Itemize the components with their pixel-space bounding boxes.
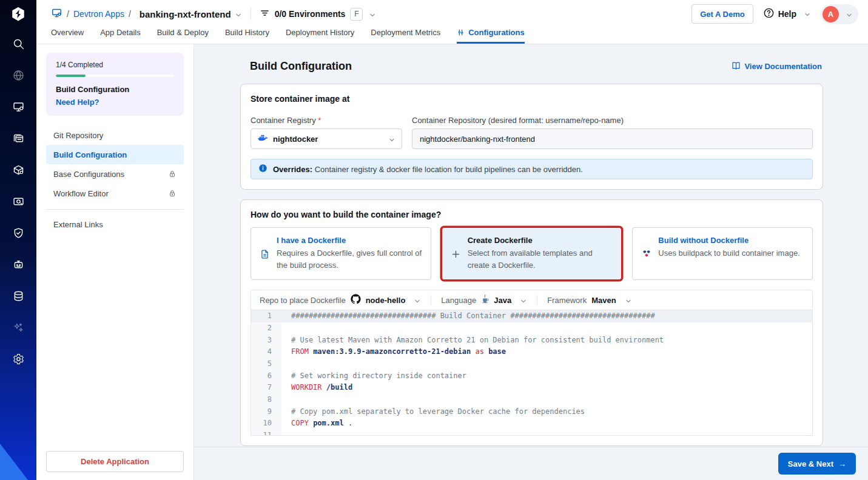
repo-to-place-label: Repo to place Dockerfile <box>260 296 346 305</box>
view-documentation-link[interactable]: View Documentation <box>732 61 822 72</box>
chart-store-icon[interactable] <box>0 154 36 185</box>
tab-configurations[interactable]: Configurations <box>457 28 524 44</box>
primary-nav-rail <box>0 0 36 480</box>
configurations-sliders-icon <box>457 28 465 36</box>
code-line: 2 <box>251 322 812 335</box>
build-method-title: How do you want to build the container i… <box>251 210 813 219</box>
search-icon[interactable] <box>0 28 36 59</box>
save-and-next-button[interactable]: Save & Next → <box>778 453 856 475</box>
bot-icon[interactable] <box>0 248 36 280</box>
code-line: 1################################# Build… <box>251 310 812 322</box>
help-chevron-down-icon <box>804 10 811 18</box>
resource-browser-icon[interactable] <box>0 280 36 312</box>
code-text <box>281 430 291 436</box>
app-switcher-chevron-down-icon[interactable] <box>235 10 242 18</box>
avatar: A <box>823 6 839 22</box>
environments-count[interactable]: 0/0 Environments <box>275 9 346 19</box>
language-label: Language <box>441 296 476 305</box>
page-title: Build Configuration <box>250 60 352 73</box>
progress-bar <box>56 75 174 77</box>
globe-icon[interactable] <box>0 59 36 91</box>
dockerfile-code-editor[interactable]: 1################################# Build… <box>251 310 813 436</box>
line-number: 2 <box>251 322 281 335</box>
code-text: # Set working directory inside container <box>281 370 466 382</box>
arrow-right-icon: → <box>838 459 846 468</box>
line-number: 3 <box>251 335 281 347</box>
language-select-value[interactable]: Java <box>494 296 511 305</box>
config-menu: Git RepositoryBuild ConfigurationBase Co… <box>36 122 193 203</box>
container-registry-value: nightdocker <box>273 135 380 144</box>
tab-label: Overview <box>51 28 84 37</box>
sidebar-item-base-configurations[interactable]: Base Configurations <box>46 164 184 184</box>
app-groups-icon[interactable] <box>0 122 36 154</box>
code-line: 11 <box>251 430 812 436</box>
language-chevron-down-icon[interactable] <box>520 296 527 304</box>
tab-overview[interactable]: Overview <box>51 28 84 44</box>
security-icon[interactable] <box>0 217 36 248</box>
framework-chevron-down-icon[interactable] <box>625 296 632 304</box>
java-icon <box>481 294 489 306</box>
breadcrumb-app-name[interactable]: banking-nxt-frontend <box>140 9 231 19</box>
tab-label: App Details <box>100 28 140 37</box>
code-text: # Copy pom.xml separately to leverage Do… <box>281 406 585 418</box>
github-icon <box>351 294 361 307</box>
breadcrumb-devtron-apps-link[interactable]: Devtron Apps <box>73 9 124 19</box>
user-menu[interactable]: A <box>821 4 858 24</box>
code-line: 5 <box>251 358 812 370</box>
help-label: Help <box>778 9 796 19</box>
code-line: 10COPY pom.xml . <box>251 418 812 430</box>
tab-build-history[interactable]: Build History <box>225 28 269 44</box>
save-and-next-label: Save & Next <box>788 459 833 468</box>
devtron-logo-icon[interactable] <box>0 0 36 28</box>
code-text <box>281 394 291 406</box>
devtron-apps-icon[interactable] <box>0 91 36 122</box>
code-line: 8 <box>251 394 812 406</box>
sidebar-item-label: Base Configurations <box>53 170 124 179</box>
sidebar-item-build-configuration[interactable]: Build Configuration <box>46 145 184 164</box>
required-asterisk: * <box>318 116 321 125</box>
repo-select-value[interactable]: node-hello <box>366 296 406 305</box>
line-number: 6 <box>251 370 281 382</box>
breadcrumb-separator: / <box>129 9 131 19</box>
get-a-demo-button[interactable]: Get A Demo <box>691 4 753 24</box>
build-option-title: Build without Dockerfile <box>658 236 799 245</box>
line-number: 4 <box>251 346 281 358</box>
buildpack-icon <box>641 236 652 272</box>
delete-application-button[interactable]: Delete Application <box>46 451 184 472</box>
sparkles-icon[interactable] <box>0 312 36 343</box>
sidebar-item-label: Workflow Editor <box>53 189 109 198</box>
build-option-description: Requires a Dockerfile, gives full contro… <box>277 247 422 272</box>
code-line: 9# Copy pom.xml separately to leverage D… <box>251 406 812 418</box>
jobs-icon[interactable] <box>0 185 36 217</box>
build-option-title: Create Dockerfile <box>468 236 613 245</box>
repo-chevron-down-icon[interactable] <box>414 296 421 304</box>
need-help-link[interactable]: Need Help? <box>56 98 174 107</box>
container-repository-label: Container Repository (desired format: us… <box>412 116 813 125</box>
build-option-build-without-dockerfile[interactable]: Build without DockerfileUses buildpack t… <box>632 227 813 280</box>
container-registry-select[interactable]: nightdocker <box>251 128 402 149</box>
sidebar-item-git-repository[interactable]: Git Repository <box>46 125 184 145</box>
help-menu[interactable]: Help <box>763 7 811 21</box>
container-repository-input[interactable] <box>412 128 813 149</box>
tab-build-deploy[interactable]: Build & Deploy <box>157 28 209 44</box>
code-line: 6# Set working directory inside containe… <box>251 370 812 382</box>
sidebar-item-workflow-editor[interactable]: Workflow Editor <box>46 184 184 203</box>
external-links-label: External Links <box>53 220 103 229</box>
overrides-info-banner: Overrides: Container registry & docker f… <box>251 159 813 179</box>
tab-deployment-history[interactable]: Deployment History <box>286 28 354 44</box>
app-root: / Devtron Apps / banking-nxt-frontend 0/… <box>0 0 868 480</box>
env-chevron-down-icon[interactable] <box>369 10 376 18</box>
code-line: 7WORKDIR /build <box>251 382 812 394</box>
tab-label: Build & Deploy <box>157 28 209 37</box>
build-option-i-have-a-dockerfile[interactable]: I have a DockerfileRequires a Dockerfile… <box>251 227 431 280</box>
code-text <box>281 358 291 370</box>
build-option-create-dockerfile[interactable]: Create DockerfileSelect from available t… <box>442 227 622 280</box>
tab-deployment-metrics[interactable]: Deployment Metrics <box>371 28 440 44</box>
tab-app-details[interactable]: App Details <box>100 28 140 44</box>
code-text: FROM maven:3.9.9-amazoncorretto-21-debia… <box>281 346 506 358</box>
filter-icon <box>260 8 270 21</box>
code-text: ################################# Build … <box>281 310 655 322</box>
sidebar-item-external-links[interactable]: External Links <box>46 215 184 234</box>
framework-select-value[interactable]: Maven <box>591 296 616 305</box>
settings-icon[interactable] <box>0 343 36 375</box>
